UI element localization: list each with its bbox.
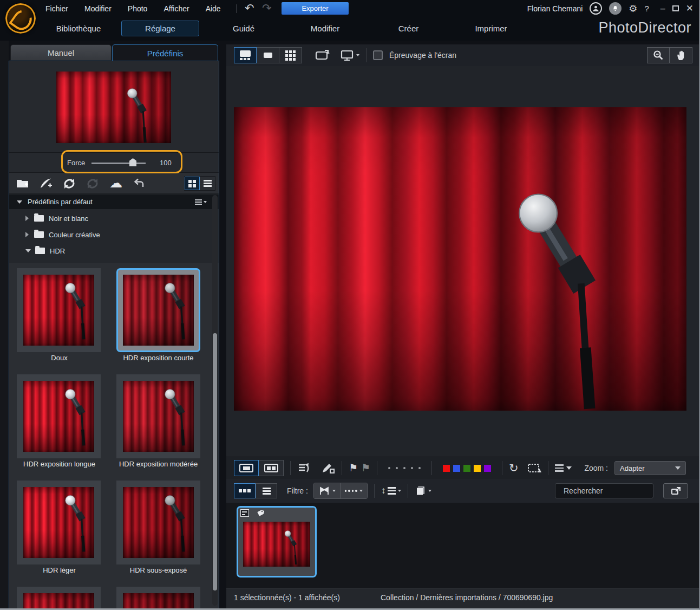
viewer-only-mode-button[interactable] <box>257 47 279 63</box>
search-box[interactable]: ✕ <box>555 483 653 498</box>
stacks-dropdown-icon[interactable] <box>415 485 431 496</box>
nav-adjust-active[interactable]: Réglage <box>121 21 199 36</box>
tree-root-label: Prédéfinis par défaut <box>28 198 93 206</box>
preset-item-hdr-exposition-courte-selected[interactable] <box>116 268 200 352</box>
minimize-button[interactable]: – <box>660 4 665 14</box>
filter-flags-dropdown[interactable] <box>314 483 340 498</box>
undo-icon[interactable]: ↶ <box>245 1 254 15</box>
expand-arrow-icon[interactable] <box>25 216 30 221</box>
filmstrip-thumbnail-selected[interactable] <box>237 506 317 577</box>
display-monitor-dropdown-icon[interactable] <box>340 49 359 61</box>
upload-presets-icon-disabled <box>86 177 100 189</box>
tree-folder-hdr-expanded[interactable]: HDR <box>9 243 219 259</box>
scrollbar-thumb[interactable] <box>213 333 217 590</box>
presets-scrollbar[interactable] <box>212 195 218 606</box>
rotate-photo-icon[interactable]: ↻ <box>509 463 519 473</box>
menu-photo[interactable]: Photo <box>128 4 148 13</box>
preset-item-partial[interactable] <box>116 587 200 610</box>
nav-print[interactable]: Imprimer <box>461 21 521 36</box>
reset-return-icon[interactable] <box>132 177 146 189</box>
collapse-arrow-icon[interactable] <box>17 200 22 204</box>
preset-label: HDR exposition modérée <box>108 460 208 468</box>
nav-create[interactable]: Créer <box>380 21 437 36</box>
folder-icon <box>35 248 45 254</box>
color-label-yellow[interactable] <box>474 465 481 472</box>
nav-guided[interactable]: Guidé <box>217 21 271 36</box>
tree-options-menu-icon[interactable] <box>195 199 207 205</box>
redo-icon[interactable]: ↷ <box>262 1 272 15</box>
nav-edit[interactable]: Modifier <box>297 21 354 36</box>
tree-folder-label: HDR <box>50 247 65 255</box>
color-label-blue[interactable] <box>453 465 460 472</box>
filter-buttons-group <box>313 483 368 499</box>
menu-file[interactable]: Fichier <box>45 4 68 13</box>
star-rating-dots[interactable] <box>388 467 421 469</box>
color-label-purple[interactable] <box>484 465 491 472</box>
copy-adjustments-icon[interactable] <box>297 462 312 474</box>
thumbnail-badges <box>240 509 264 517</box>
nav-library[interactable]: Bibliothèque <box>49 21 108 36</box>
flag-pick-icon[interactable]: ⚑ <box>349 463 358 473</box>
single-view-button[interactable] <box>234 460 259 476</box>
flag-reject-icon[interactable]: ⚑ <box>361 463 370 473</box>
sort-order-dropdown-icon[interactable]: ↕ <box>381 485 402 496</box>
preset-item-hdr-exposition-moderee[interactable] <box>116 374 200 458</box>
menu-view[interactable]: Afficher <box>163 4 189 13</box>
preset-item-hdr-exposition-longue[interactable] <box>17 374 101 458</box>
color-label-green[interactable] <box>463 465 470 472</box>
user-name: Florian Chemani <box>527 4 583 13</box>
expand-arrow-icon[interactable] <box>25 232 30 237</box>
tree-folder-creative-color[interactable]: Couleur créative <box>9 226 219 243</box>
menu-help[interactable]: Aide <box>206 4 221 13</box>
help-icon[interactable]: ? <box>645 4 649 13</box>
tree-folder-label: Couleur créative <box>49 231 100 239</box>
pan-hand-tool-button[interactable] <box>670 47 692 63</box>
photo-canvas[interactable] <box>226 66 700 457</box>
cloud-icon[interactable]: ☁ <box>109 177 123 189</box>
folder-icon <box>34 231 44 238</box>
compare-mode-group <box>234 460 284 476</box>
preset-label: HDR exposition longue <box>9 460 109 468</box>
filmstrip-thumbnails-button[interactable] <box>234 483 256 498</box>
grid-mode-button[interactable] <box>279 47 302 63</box>
notification-bell-icon[interactable] <box>609 2 622 15</box>
preset-item-hdr-sous-expose[interactable] <box>116 481 200 564</box>
user-avatar-icon[interactable] <box>590 2 602 15</box>
grid-view-toggle[interactable] <box>185 177 200 190</box>
viewer-and-filmstrip-mode-button[interactable] <box>234 47 257 63</box>
settings-gear-icon[interactable]: ⚙ <box>629 3 637 15</box>
adjustment-list-dropdown-icon[interactable] <box>555 464 572 472</box>
close-button[interactable]: ✕ <box>686 3 694 14</box>
collapse-arrow-icon[interactable] <box>25 249 31 252</box>
softproof-checkbox[interactable] <box>373 50 383 60</box>
zoom-tool-button[interactable] <box>647 47 670 63</box>
rotate-canvas-icon[interactable] <box>314 49 330 62</box>
list-view-toggle[interactable] <box>200 177 215 190</box>
preset-item-partial[interactable] <box>17 587 101 610</box>
clipped-areas-icon[interactable] <box>527 463 541 473</box>
add-folder-icon[interactable] <box>16 177 30 189</box>
zoom-level-dropdown[interactable]: Adapter <box>614 461 686 475</box>
preset-item-doux[interactable] <box>17 268 101 352</box>
tree-root-row[interactable]: Prédéfinis par défaut <box>9 194 219 209</box>
tag-badge-icon <box>257 509 264 517</box>
force-slider-row: Force 100 <box>9 153 219 173</box>
open-in-new-window-button[interactable] <box>663 483 688 498</box>
filmstrip-list-button[interactable] <box>256 483 277 498</box>
preset-item-hdr-leger[interactable] <box>17 481 101 564</box>
menu-edit[interactable]: Modifier <box>84 4 112 13</box>
edit-pencil-icon[interactable] <box>321 462 335 474</box>
download-presets-icon[interactable] <box>62 177 76 189</box>
maximize-button[interactable] <box>672 5 679 11</box>
divider <box>236 4 237 13</box>
tab-presets-active[interactable]: Prédéfinis <box>112 44 218 61</box>
color-label-red[interactable] <box>443 465 450 472</box>
tree-folder-black-white[interactable]: Noir et blanc <box>9 210 219 226</box>
compare-view-button[interactable] <box>259 460 284 476</box>
filter-rating-dropdown[interactable] <box>340 483 367 498</box>
add-preset-quill-icon[interactable] <box>39 177 53 189</box>
annotation-highlight-box <box>61 150 182 173</box>
tab-manual[interactable]: Manuel <box>10 44 112 61</box>
export-button[interactable]: Exporter <box>282 2 349 15</box>
search-input[interactable] <box>564 486 662 495</box>
